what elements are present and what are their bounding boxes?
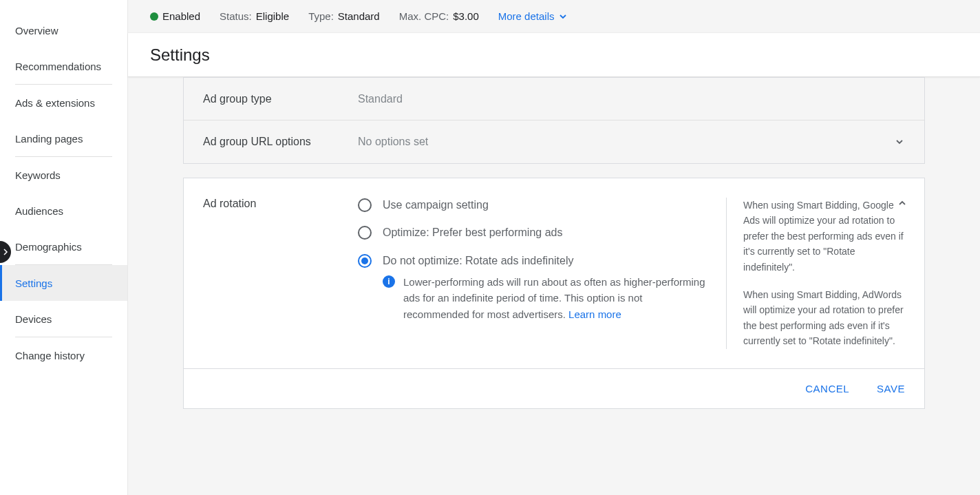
sidebar-item-recommendations[interactable]: Recommendations [0, 48, 127, 84]
chevron-down-icon [894, 136, 905, 147]
ad-group-url-options-value: No options set [358, 136, 428, 148]
info-note: i Lower-performing ads will run about as… [383, 274, 707, 322]
ad-group-type-value: Standard [358, 93, 403, 105]
sidebar-item-demographics[interactable]: Demographics [0, 229, 127, 264]
side-info-paragraph: When using Smart Bidding, AdWords will o… [743, 287, 905, 349]
max-cpc-value: $3.00 [453, 10, 479, 22]
chevron-up-icon[interactable] [897, 198, 908, 209]
sidebar-item-landing-pages[interactable]: Landing pages [0, 120, 127, 156]
status-max-cpc: Max. CPC: $3.00 [399, 10, 479, 22]
radio-label: Do not optimize: Rotate ads indefinitely [383, 253, 573, 268]
radio-icon [358, 198, 372, 212]
sidebar-item-overview[interactable]: Overview [0, 12, 127, 48]
learn-more-link[interactable]: Learn more [568, 308, 621, 320]
sidebar-item-label: Overview [15, 25, 58, 36]
sidebar-item-devices[interactable]: Devices [0, 301, 127, 337]
more-details-link[interactable]: More details [498, 10, 568, 22]
status-dot-icon [150, 12, 158, 21]
radio-icon [358, 254, 372, 268]
status-bar: Enabled Status: Eligible Type: Standard … [128, 0, 980, 33]
status-eligibility: Status: Eligible [220, 10, 289, 22]
ad-group-url-options-label: Ad group URL options [203, 136, 358, 148]
sidebar-item-label: Settings [15, 277, 52, 289]
more-details-label: More details [498, 10, 555, 22]
status-enabled[interactable]: Enabled [150, 10, 200, 22]
cancel-button[interactable]: CANCEL [805, 383, 849, 394]
ad-group-url-options-row[interactable]: Ad group URL options No options set [184, 120, 924, 163]
sidebar-item-label: Devices [15, 313, 52, 325]
sidebar: Overview Recommendations Ads & extension… [0, 0, 128, 495]
sidebar-item-label: Audiences [15, 205, 63, 217]
sidebar-item-label: Keywords [15, 169, 61, 181]
radio-use-campaign-setting[interactable]: Use campaign setting [358, 198, 707, 213]
info-icon: i [383, 275, 395, 288]
sidebar-item-change-history[interactable]: Change history [0, 337, 127, 373]
radio-do-not-optimize[interactable]: Do not optimize: Rotate ads indefinitely [358, 253, 707, 268]
title-bar: Settings [128, 33, 980, 77]
radio-label: Optimize: Prefer best performing ads [383, 225, 562, 240]
sidebar-item-label: Recommendations [15, 61, 101, 72]
ad-rotation-section-label: Ad rotation [203, 198, 358, 349]
sidebar-item-ads-extensions[interactable]: Ads & extensions [0, 85, 127, 120]
ad-group-type-label: Ad group type [203, 93, 358, 105]
sidebar-item-label: Change history [15, 350, 85, 361]
ad-group-type-row[interactable]: Ad group type Standard [184, 78, 924, 120]
status-value: Eligible [256, 10, 289, 22]
radio-icon [358, 226, 372, 240]
chevron-down-icon [558, 12, 568, 21]
sidebar-item-keywords[interactable]: Keywords [0, 157, 127, 193]
sidebar-item-settings[interactable]: Settings [0, 265, 127, 301]
collapsed-settings-card: Ad group type Standard Ad group URL opti… [183, 77, 925, 164]
sidebar-item-label: Ads & extensions [15, 97, 95, 109]
radio-label: Use campaign setting [383, 198, 489, 213]
max-cpc-label: Max. CPC: [399, 10, 449, 22]
ad-rotation-side-info: When using Smart Bidding, Google Ads wil… [726, 198, 905, 349]
type-value: Standard [338, 10, 380, 22]
save-button[interactable]: SAVE [877, 383, 905, 394]
type-label: Type: [308, 10, 334, 22]
sidebar-item-label: Landing pages [15, 133, 83, 145]
status-label: Status: [220, 10, 252, 22]
action-bar: CANCEL SAVE [184, 368, 924, 408]
sidebar-item-label: Demographics [15, 241, 82, 253]
sidebar-item-audiences[interactable]: Audiences [0, 193, 127, 229]
page-title: Settings [150, 45, 210, 65]
side-info-paragraph: When using Smart Bidding, Google Ads wil… [743, 198, 905, 275]
status-type: Type: Standard [308, 10, 380, 22]
ad-rotation-card: Ad rotation Use campaign setting Optimiz… [183, 178, 925, 409]
info-text: Lower-performing ads will run about as o… [403, 274, 707, 322]
radio-optimize[interactable]: Optimize: Prefer best performing ads [358, 225, 707, 240]
status-enabled-label: Enabled [162, 10, 200, 22]
